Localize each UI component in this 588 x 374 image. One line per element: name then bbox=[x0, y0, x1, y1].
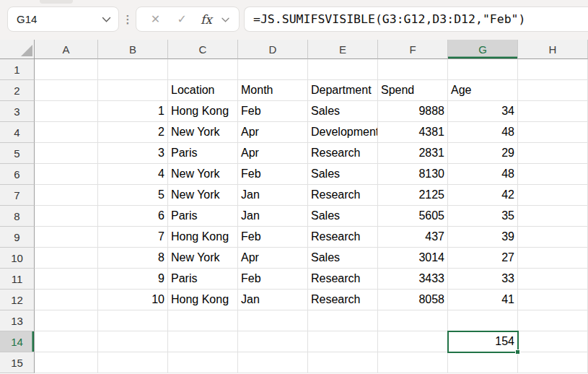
cell-B2[interactable] bbox=[98, 80, 168, 101]
col-header-F[interactable]: F bbox=[378, 40, 448, 59]
cell-H1[interactable] bbox=[518, 59, 588, 80]
row-header-2[interactable]: 2 bbox=[0, 80, 35, 101]
cell-C14[interactable] bbox=[168, 331, 238, 352]
row-header-3[interactable]: 3 bbox=[0, 101, 35, 122]
cell-D1[interactable] bbox=[238, 59, 308, 80]
row-header-4[interactable]: 4 bbox=[0, 122, 35, 143]
cell-G9[interactable]: 39 bbox=[448, 227, 518, 248]
cell-G11[interactable]: 33 bbox=[448, 269, 518, 290]
cell-A10[interactable] bbox=[35, 248, 98, 269]
cell-E7[interactable]: Research bbox=[308, 185, 378, 206]
cell-C6[interactable]: New York bbox=[168, 164, 238, 185]
cell-C15[interactable] bbox=[168, 352, 238, 373]
col-header-G[interactable]: G bbox=[448, 40, 518, 59]
col-header-E[interactable]: E bbox=[308, 40, 378, 59]
cell-F2[interactable]: Spend bbox=[378, 80, 448, 101]
cell-A9[interactable] bbox=[35, 227, 98, 248]
cell-B13[interactable] bbox=[98, 310, 168, 331]
cell-F3[interactable]: 9888 bbox=[378, 101, 448, 122]
cell-B12[interactable]: 10 bbox=[98, 290, 168, 310]
cell-B3[interactable]: 1 bbox=[98, 101, 168, 122]
cell-B11[interactable]: 9 bbox=[98, 269, 168, 290]
cell-E5[interactable]: Research bbox=[308, 143, 378, 164]
chevron-down-icon[interactable] bbox=[102, 13, 111, 26]
cell-G8[interactable]: 35 bbox=[448, 206, 518, 227]
row-header-14[interactable]: 14 bbox=[0, 331, 35, 352]
cell-C13[interactable] bbox=[168, 310, 238, 331]
cell-B8[interactable]: 6 bbox=[98, 206, 168, 227]
row-header-15[interactable]: 15 bbox=[0, 352, 35, 373]
cell-D11[interactable]: Feb bbox=[238, 269, 308, 290]
name-box[interactable]: G14 bbox=[7, 6, 119, 32]
cell-D9[interactable]: Feb bbox=[238, 227, 308, 248]
cell-F11[interactable]: 3433 bbox=[378, 269, 448, 290]
cell-A11[interactable] bbox=[35, 269, 98, 290]
cell-H10[interactable] bbox=[518, 248, 588, 269]
cell-E8[interactable]: Sales bbox=[308, 206, 378, 227]
cell-B6[interactable]: 4 bbox=[98, 164, 168, 185]
cell-A5[interactable] bbox=[35, 143, 98, 164]
cell-D10[interactable]: Apr bbox=[238, 248, 308, 269]
cell-H11[interactable] bbox=[518, 269, 588, 290]
cell-G7[interactable]: 42 bbox=[448, 185, 518, 206]
cell-B10[interactable]: 8 bbox=[98, 248, 168, 269]
cell-D14[interactable] bbox=[238, 331, 308, 352]
insert-function-icon[interactable]: fx bbox=[199, 12, 214, 27]
cell-B1[interactable] bbox=[98, 59, 168, 80]
cell-C11[interactable]: Paris bbox=[168, 269, 238, 290]
chevron-down-icon[interactable] bbox=[221, 13, 229, 26]
cell-C12[interactable]: Hong Kong bbox=[168, 290, 238, 310]
cell-E3[interactable]: Sales bbox=[308, 101, 378, 122]
fill-handle[interactable] bbox=[515, 349, 520, 355]
cell-F15[interactable] bbox=[378, 352, 448, 373]
cell-A14[interactable] bbox=[35, 331, 98, 352]
cell-E11[interactable]: Research bbox=[308, 269, 378, 290]
cell-G2[interactable]: Age bbox=[448, 80, 518, 101]
cell-C4[interactable]: New York bbox=[168, 122, 238, 143]
col-header-B[interactable]: B bbox=[98, 40, 168, 59]
cell-H3[interactable] bbox=[518, 101, 588, 122]
cell-C5[interactable]: Paris bbox=[168, 143, 238, 164]
cell-G12[interactable]: 41 bbox=[448, 290, 518, 310]
cell-E6[interactable]: Sales bbox=[308, 164, 378, 185]
cell-G10[interactable]: 27 bbox=[448, 248, 518, 269]
cell-E13[interactable] bbox=[308, 310, 378, 331]
cell-F13[interactable] bbox=[378, 310, 448, 331]
cell-F1[interactable] bbox=[378, 59, 448, 80]
row-header-6[interactable]: 6 bbox=[0, 164, 35, 185]
cell-D4[interactable]: Apr bbox=[238, 122, 308, 143]
row-header-9[interactable]: 9 bbox=[0, 227, 35, 248]
cell-C9[interactable]: Hong Kong bbox=[168, 227, 238, 248]
cell-G3[interactable]: 34 bbox=[448, 101, 518, 122]
cell-D6[interactable]: Feb bbox=[238, 164, 308, 185]
cell-H5[interactable] bbox=[518, 143, 588, 164]
cell-H15[interactable] bbox=[518, 352, 588, 373]
cell-B9[interactable]: 7 bbox=[98, 227, 168, 248]
cell-A7[interactable] bbox=[35, 185, 98, 206]
row-header-13[interactable]: 13 bbox=[0, 310, 35, 331]
cell-E12[interactable]: Research bbox=[308, 290, 378, 310]
cell-D7[interactable]: Jan bbox=[238, 185, 308, 206]
cell-E4[interactable]: Development bbox=[308, 122, 378, 143]
cell-G1[interactable] bbox=[448, 59, 518, 80]
row-header-5[interactable]: 5 bbox=[0, 143, 35, 164]
cell-C10[interactable]: New York bbox=[168, 248, 238, 269]
col-header-D[interactable]: D bbox=[238, 40, 308, 59]
cell-F12[interactable]: 8058 bbox=[378, 290, 448, 310]
cell-A4[interactable] bbox=[35, 122, 98, 143]
cell-E10[interactable]: Sales bbox=[308, 248, 378, 269]
cell-H13[interactable] bbox=[518, 310, 588, 331]
cell-F14[interactable] bbox=[378, 331, 448, 352]
cancel-icon[interactable]: ✕ bbox=[146, 10, 164, 29]
cell-E15[interactable] bbox=[308, 352, 378, 373]
cell-D8[interactable]: Jan bbox=[238, 206, 308, 227]
cell-D15[interactable] bbox=[238, 352, 308, 373]
cell-G13[interactable] bbox=[448, 310, 518, 331]
cell-F8[interactable]: 5605 bbox=[378, 206, 448, 227]
cell-H2[interactable] bbox=[518, 80, 588, 101]
cell-D5[interactable]: Apr bbox=[238, 143, 308, 164]
cell-A8[interactable] bbox=[35, 206, 98, 227]
cell-F5[interactable]: 2831 bbox=[378, 143, 448, 164]
cell-D2[interactable]: Month bbox=[238, 80, 308, 101]
cell-B5[interactable]: 3 bbox=[98, 143, 168, 164]
